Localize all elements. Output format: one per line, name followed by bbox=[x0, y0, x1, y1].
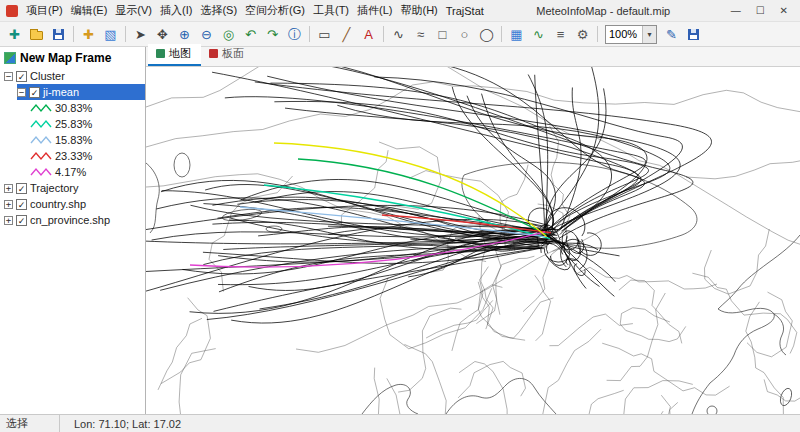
identify-button[interactable]: ⓘ bbox=[284, 24, 305, 45]
settings-button[interactable]: ⚙ bbox=[572, 24, 593, 45]
collapse-box-icon[interactable]: − bbox=[17, 88, 26, 97]
zoom-in-button[interactable]: ⊕ bbox=[174, 24, 195, 45]
maximize-button[interactable]: ☐ bbox=[756, 6, 765, 16]
app-window: 项目(P)编辑(E)显示(V)插入(I)选择(S)空间分析(G)工具(T)插件(… bbox=[0, 0, 800, 432]
draw-curve-button[interactable]: ≈ bbox=[410, 24, 431, 45]
label-button[interactable]: A bbox=[358, 24, 379, 45]
draw-polyline-button-icon: ∿ bbox=[393, 28, 404, 41]
tab-layout-icon bbox=[209, 49, 218, 58]
layer-visibility-checkbox[interactable]: ✓ bbox=[16, 183, 27, 194]
layer-cn-province-shp[interactable]: +✓cn_province.shp bbox=[4, 212, 145, 228]
zoom-previous-button[interactable]: ↶ bbox=[240, 24, 261, 45]
zoom-previous-button-icon: ↶ bbox=[245, 28, 256, 41]
layer-country-shp[interactable]: +✓country.shp bbox=[4, 196, 145, 212]
save-project-button[interactable] bbox=[48, 24, 69, 45]
select-features-button-icon: ▭ bbox=[318, 28, 330, 41]
map-canvas[interactable] bbox=[146, 67, 800, 414]
status-mode-label: 选择 bbox=[0, 415, 60, 432]
script-console-button[interactable]: ≡ bbox=[550, 24, 571, 45]
full-extent-button[interactable]: ◎ bbox=[218, 24, 239, 45]
draw-circle-button[interactable]: ○ bbox=[454, 24, 475, 45]
legend-cluster-2[interactable]: 25.83% bbox=[30, 116, 145, 132]
draw-polyline-button[interactable]: ∿ bbox=[388, 24, 409, 45]
save-edits-button[interactable] bbox=[683, 24, 704, 45]
select-element-button[interactable]: ➤ bbox=[130, 24, 151, 45]
layer-visibility-checkbox[interactable]: ✓ bbox=[16, 215, 27, 226]
zoom-out-button[interactable]: ⊖ bbox=[196, 24, 217, 45]
tab-map-icon bbox=[156, 49, 165, 58]
layer-ji-mean[interactable]: −✓ji-mean bbox=[17, 84, 145, 100]
minimize-button[interactable]: — bbox=[731, 6, 741, 16]
menu-help[interactable]: 帮助(H) bbox=[396, 3, 441, 18]
tab-map[interactable]: 地图 bbox=[148, 44, 201, 66]
toolbar-separator bbox=[597, 26, 598, 42]
layer-visibility-checkbox[interactable]: ✓ bbox=[16, 71, 27, 82]
menu-view[interactable]: 显示(V) bbox=[111, 3, 156, 18]
measure-button[interactable]: ╱ bbox=[336, 24, 357, 45]
zoom-dropdown-button[interactable]: ▾ bbox=[642, 26, 656, 43]
status-coordinates: Lon: 71.10; Lat: 17.02 bbox=[60, 418, 181, 430]
zoom-level-input[interactable] bbox=[606, 27, 642, 42]
open-project-button[interactable] bbox=[26, 24, 47, 45]
close-button[interactable]: ✕ bbox=[780, 6, 788, 16]
edit-vertices-button-icon: ✎ bbox=[666, 28, 677, 41]
menu-plugins[interactable]: 插件(L) bbox=[353, 3, 396, 18]
settings-button-icon: ⚙ bbox=[577, 28, 589, 41]
script-console-button-icon: ≡ bbox=[557, 28, 565, 41]
tree-item-label: 23.33% bbox=[55, 150, 92, 162]
zoom-next-button-icon: ↷ bbox=[267, 28, 278, 41]
legend-cluster-4[interactable]: 23.33% bbox=[30, 148, 145, 164]
expand-box-icon[interactable]: + bbox=[4, 184, 13, 193]
pan-button[interactable]: ✥ bbox=[152, 24, 173, 45]
edit-vertices-button[interactable]: ✎ bbox=[661, 24, 682, 45]
menu-insert[interactable]: 插入(I) bbox=[156, 3, 196, 18]
map-frame-title: New Map Frame bbox=[20, 51, 111, 65]
map-frame-row[interactable]: New Map Frame bbox=[0, 47, 145, 68]
save-project-button-icon bbox=[53, 29, 64, 40]
draw-ellipse-button-icon: ◯ bbox=[479, 28, 494, 41]
draw-polygon-button[interactable]: □ bbox=[432, 24, 453, 45]
tree-item-label: 25.83% bbox=[55, 118, 92, 130]
pan-button-icon: ✥ bbox=[157, 28, 168, 41]
expand-box-icon[interactable]: + bbox=[4, 200, 13, 209]
window-title: MeteoInfoMap - default.mip bbox=[488, 5, 719, 17]
expand-box-icon[interactable]: + bbox=[4, 216, 13, 225]
legend-cluster-1[interactable]: 30.83% bbox=[30, 100, 145, 116]
menu-tools[interactable]: 工具(T) bbox=[309, 3, 353, 18]
menu-bar: 项目(P)编辑(E)显示(V)插入(I)选择(S)空间分析(G)工具(T)插件(… bbox=[22, 3, 488, 18]
layer-visibility-checkbox[interactable]: ✓ bbox=[16, 199, 27, 210]
toolbar-separator bbox=[383, 26, 384, 42]
main-toolbar: ✚✚▧➤✥⊕⊖◎↶↷ⓘ▭╱A∿≈□○◯▦∿≡⚙▾✎ bbox=[0, 22, 800, 47]
menu-project[interactable]: 项目(P) bbox=[22, 3, 67, 18]
attribute-table-button[interactable]: ▦ bbox=[506, 24, 527, 45]
zoom-level-combo[interactable]: ▾ bbox=[605, 25, 657, 44]
add-layer-button-icon: ✚ bbox=[83, 28, 94, 41]
attribute-table-button-icon: ▦ bbox=[510, 28, 522, 41]
new-project-button[interactable]: ✚ bbox=[4, 24, 25, 45]
layer-cluster[interactable]: −✓Cluster bbox=[4, 68, 145, 84]
app-logo-icon bbox=[6, 5, 18, 17]
tab-layout[interactable]: 板面 bbox=[201, 44, 254, 66]
legend-panel: New Map Frame −✓Cluster−✓ji-mean30.83%25… bbox=[0, 47, 146, 414]
chart-button-icon: ∿ bbox=[533, 28, 544, 41]
zoom-in-button-icon: ⊕ bbox=[179, 28, 190, 41]
select-features-button[interactable]: ▭ bbox=[314, 24, 335, 45]
collapse-box-icon[interactable]: − bbox=[4, 72, 13, 81]
layer-trajectory[interactable]: +✓Trajectory bbox=[4, 180, 145, 196]
legend-cluster-3[interactable]: 15.83% bbox=[30, 132, 145, 148]
draw-ellipse-button[interactable]: ◯ bbox=[476, 24, 497, 45]
menu-edit[interactable]: 编辑(E) bbox=[67, 3, 112, 18]
menu-spatial-analysis[interactable]: 空间分析(G) bbox=[241, 3, 309, 18]
legend-line-icon bbox=[30, 119, 52, 129]
toolbar-separator bbox=[309, 26, 310, 42]
zoom-next-button[interactable]: ↷ bbox=[262, 24, 283, 45]
tree-item-label: country.shp bbox=[30, 198, 86, 210]
layer-visibility-checkbox[interactable]: ✓ bbox=[29, 87, 40, 98]
menu-select[interactable]: 选择(S) bbox=[196, 3, 241, 18]
add-web-layer-button[interactable]: ▧ bbox=[100, 24, 121, 45]
chart-button[interactable]: ∿ bbox=[528, 24, 549, 45]
legend-cluster-5[interactable]: 4.17% bbox=[30, 164, 145, 180]
select-element-button-icon: ➤ bbox=[135, 28, 146, 41]
menu-trajstat[interactable]: TrajStat bbox=[442, 5, 488, 17]
add-layer-button[interactable]: ✚ bbox=[78, 24, 99, 45]
